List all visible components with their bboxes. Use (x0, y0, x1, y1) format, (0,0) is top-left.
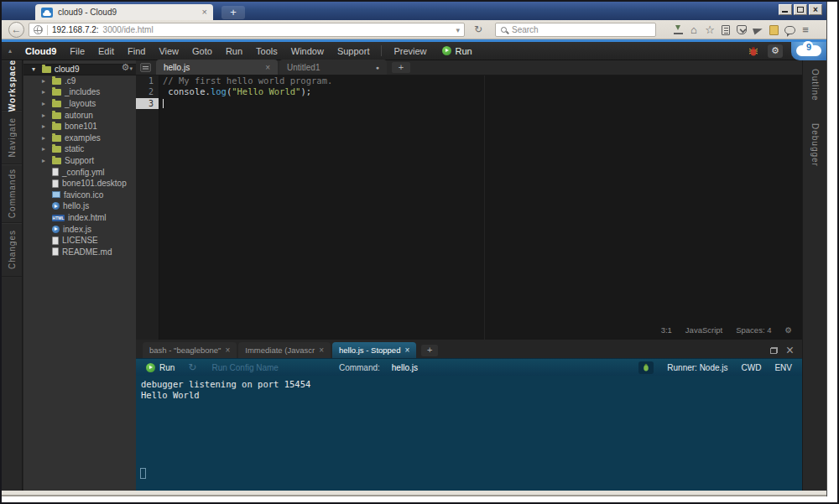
code-editor[interactable]: 1 2 3 // My first hello world program. c… (136, 75, 802, 340)
menu-window[interactable]: Window (284, 46, 331, 56)
close-tab-icon[interactable]: × (404, 346, 409, 355)
console-output[interactable]: debugger listening on port 15454 Hello W… (136, 376, 802, 491)
chevron-right-icon[interactable]: ▸ (42, 157, 49, 164)
menu-tools[interactable]: Tools (249, 46, 284, 56)
status-gear-icon[interactable]: ⚙ (784, 325, 792, 335)
sidebar-item-navigate[interactable]: Navigate (2, 111, 22, 164)
tree-root-cloud9[interactable]: ▾ cloud9 (23, 64, 136, 75)
tree-folder-static[interactable]: ▸ static (23, 143, 136, 155)
bug-report-icon[interactable] (748, 46, 759, 56)
editor-tab-untitled1[interactable]: Untitled1 ● (279, 60, 387, 75)
tree-settings-icon[interactable]: ⚙▾ (122, 62, 133, 73)
tree-file-index-html[interactable]: HTML index.html (23, 212, 136, 224)
chevron-right-icon[interactable]: ▸ (42, 88, 49, 96)
sidebar-item-debugger[interactable]: Debugger (810, 123, 820, 167)
back-button[interactable]: ← (8, 22, 24, 38)
close-tab-icon[interactable]: × (225, 346, 230, 355)
close-panel-icon[interactable]: × (786, 343, 794, 358)
close-tab-icon[interactable]: × (319, 346, 324, 355)
sidebar-item-commands[interactable]: Commands (2, 164, 22, 223)
home-button[interactable]: ⌂ (687, 23, 701, 37)
chevron-right-icon[interactable]: ▸ (42, 100, 49, 107)
search-input[interactable]: Search (495, 23, 656, 37)
cursor-position[interactable]: 3:1 (661, 325, 672, 335)
minimize-button[interactable] (779, 4, 792, 15)
notes-button[interactable] (767, 23, 780, 37)
tree-file-favicon-ico[interactable]: favicon.ico (23, 190, 136, 201)
close-button[interactable]: × (809, 4, 822, 15)
tree-file-hello-js[interactable]: hello.js (23, 200, 136, 212)
sidebar-item-workspace[interactable]: Workspace (2, 60, 22, 111)
note-icon (769, 25, 779, 35)
reload-button[interactable]: ↻ (470, 23, 487, 37)
chevron-right-icon[interactable]: ▸ (42, 122, 49, 130)
menu-edit[interactable]: Edit (91, 46, 121, 56)
runner-selector[interactable]: Runner: Node.js (667, 363, 727, 372)
url-dropdown-icon[interactable]: ▾ (456, 26, 460, 34)
menu-goto[interactable]: Goto (185, 46, 219, 56)
run-button[interactable]: Run (136, 363, 181, 372)
tree-file-readme-md[interactable]: README.md (23, 247, 136, 258)
console-tab-immediate[interactable]: Immediate (Javascr × (238, 342, 331, 358)
menu-support[interactable]: Support (331, 46, 377, 56)
tree-file-index-js[interactable]: index.js (23, 223, 136, 235)
cloud9-logo[interactable]: 9 (791, 42, 826, 60)
restart-icon[interactable]: ↻ (181, 361, 203, 373)
debug-toggle-button[interactable] (638, 361, 654, 374)
tree-folder-autorun[interactable]: ▸ autorun (23, 109, 136, 121)
menubar-separator (381, 45, 382, 56)
menu-view[interactable]: View (152, 46, 185, 56)
run-button-top[interactable]: Run (434, 46, 481, 56)
maximize-panel-icon[interactable] (770, 347, 778, 354)
chevron-right-icon[interactable]: ▸ (42, 77, 49, 85)
collapse-menubar-icon[interactable]: ▴ (2, 47, 18, 55)
run-config-input[interactable]: Run Config Name (203, 363, 286, 372)
tree-folder-c9[interactable]: ▸ .c9 (23, 75, 136, 87)
menu-file[interactable]: File (63, 46, 91, 56)
chevron-down-icon[interactable]: ▾ (32, 65, 39, 73)
tab-list-icon[interactable] (140, 63, 151, 72)
tree-folder-bone101[interactable]: ▸ bone101 (23, 121, 136, 132)
settings-gear-icon[interactable]: ⚙ (768, 44, 783, 58)
tree-file-bone101-desktop[interactable]: bone101.desktop (23, 178, 136, 190)
menu-run[interactable]: Run (219, 46, 249, 56)
preview-button[interactable]: Preview (387, 46, 433, 56)
close-tab-icon[interactable]: × (265, 63, 270, 72)
sidebar-item-changes[interactable]: Changes (2, 223, 22, 277)
console-tab-hello-js-stopped[interactable]: hello.js - Stopped × (332, 342, 416, 358)
command-value[interactable]: hello.js (392, 363, 418, 372)
menu-cloud9[interactable]: Cloud9 (18, 46, 63, 56)
tree-file-license[interactable]: LICENSE (23, 235, 136, 247)
editor-tab-hello-js[interactable]: hello.js × (156, 60, 278, 75)
bookmarks-menu-button[interactable] (719, 23, 732, 37)
tree-file-config-yml[interactable]: _config.yml (23, 166, 136, 178)
new-console-tab-button[interactable]: + (421, 345, 438, 356)
new-tab-button[interactable]: + (221, 6, 245, 19)
tree-folder-includes[interactable]: ▸ _includes (23, 86, 136, 98)
console-tab-bash[interactable]: bash - "beaglebone" × (143, 342, 237, 358)
syntax-mode[interactable]: JavaScript (685, 325, 722, 335)
pocket-button[interactable] (735, 23, 748, 37)
menu-button[interactable]: ≡ (799, 23, 812, 37)
url-bar[interactable]: 192.168.7.2:3000/ide.html ▾ (29, 23, 465, 37)
tab-close-icon[interactable]: × (202, 8, 207, 17)
cwd-button[interactable]: CWD (742, 363, 762, 372)
bookmark-star-button[interactable]: ☆ (703, 23, 717, 37)
chevron-right-icon[interactable]: ▸ (42, 145, 49, 153)
indentation-setting[interactable]: Spaces: 4 (736, 325, 771, 335)
feedback-button[interactable] (783, 23, 796, 37)
tree-folder-examples[interactable]: ▸ examples (23, 132, 136, 144)
chevron-right-icon[interactable]: ▸ (42, 112, 49, 119)
chevron-right-icon[interactable]: ▸ (42, 134, 49, 142)
env-button[interactable]: ENV (774, 363, 792, 372)
tree-folder-layouts[interactable]: ▸ _layouts (23, 98, 136, 110)
browser-tab[interactable]: cloud9 - Cloud9 × (35, 4, 213, 20)
sidebar-item-outline[interactable]: Outline (810, 69, 820, 101)
share-button[interactable] (751, 23, 764, 37)
new-editor-tab-button[interactable]: + (392, 62, 410, 73)
downloads-button[interactable] (671, 23, 685, 37)
menu-find[interactable]: Find (121, 46, 152, 56)
restore-button[interactable] (794, 4, 807, 15)
pocket-icon (737, 25, 747, 34)
tree-folder-support[interactable]: ▸ Support (23, 155, 136, 167)
